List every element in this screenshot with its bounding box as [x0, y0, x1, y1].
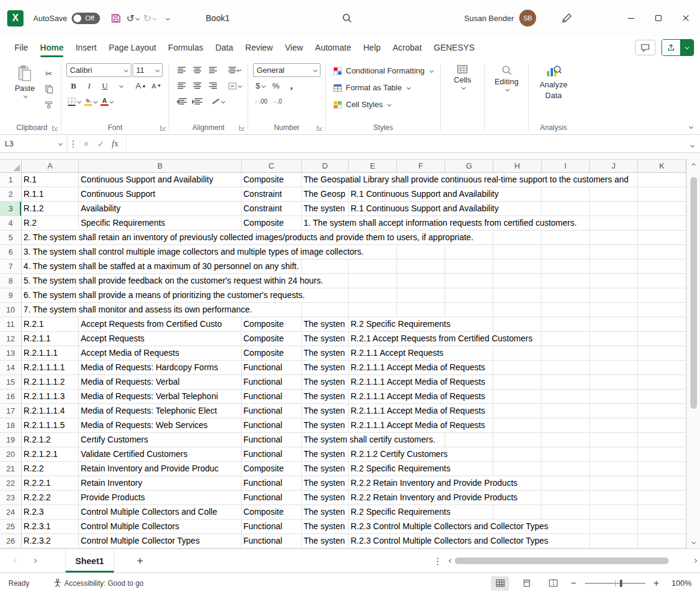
- cell-D20[interactable]: The systen: [302, 447, 349, 461]
- sheet-options-icon[interactable]: [437, 557, 439, 565]
- excel-app-icon[interactable]: X: [7, 10, 23, 26]
- cell-K4[interactable]: [638, 216, 686, 230]
- merge-center-button[interactable]: [227, 79, 243, 93]
- cell-K6[interactable]: [638, 245, 686, 259]
- cell-overflow-E11[interactable]: R.2 Specific Requirements: [349, 317, 452, 331]
- cell-I14[interactable]: [542, 361, 590, 374]
- row-header-12[interactable]: 12: [0, 332, 22, 346]
- cell-J20[interactable]: [590, 447, 638, 461]
- cell-A11[interactable]: R.2.1: [22, 317, 79, 331]
- row-header-11[interactable]: 11: [0, 317, 22, 331]
- cell-overflow-E13[interactable]: R.2.1.1 Accept Requests: [349, 346, 445, 360]
- row-header-21[interactable]: 21: [0, 462, 22, 476]
- cell-D10[interactable]: [302, 303, 349, 317]
- tab-acrobat[interactable]: Acrobat: [387, 36, 428, 59]
- cell-I21[interactable]: [542, 462, 590, 476]
- zoom-in-button[interactable]: +: [654, 578, 659, 589]
- cell-A13[interactable]: R.2.1.1.1: [22, 346, 79, 360]
- italic-button[interactable]: I: [82, 79, 96, 93]
- row-header-24[interactable]: 24: [0, 505, 22, 519]
- column-header-c[interactable]: C: [242, 160, 302, 172]
- column-header-d[interactable]: D: [302, 160, 349, 172]
- top-align-button[interactable]: [174, 63, 189, 77]
- cell-A25[interactable]: R.2.3.1: [22, 520, 79, 533]
- cell-K24[interactable]: [638, 505, 686, 519]
- row-header-6[interactable]: 6: [0, 245, 22, 259]
- minimize-button[interactable]: [617, 0, 645, 36]
- row-header-23[interactable]: 23: [0, 491, 22, 505]
- cell-J13[interactable]: [590, 346, 638, 360]
- row-header-13[interactable]: 13: [0, 346, 22, 360]
- cell-H21[interactable]: [493, 462, 542, 476]
- editing-button[interactable]: Editing: [490, 61, 523, 91]
- cell-B14[interactable]: Media of Requests: Hardcopy Forms: [79, 361, 242, 374]
- tab-automate[interactable]: Automate: [309, 36, 357, 59]
- paste-button[interactable]: Paste: [8, 61, 42, 98]
- cell-D18[interactable]: The systen: [302, 418, 349, 432]
- cell-B12[interactable]: Accept Requests: [79, 332, 242, 346]
- cell-I23[interactable]: [542, 491, 590, 505]
- column-header-i[interactable]: I: [542, 160, 590, 172]
- accessibility-checker[interactable]: Accessibility: Good to go: [54, 579, 143, 588]
- cell-J8[interactable]: [590, 274, 638, 288]
- cell-I2[interactable]: [542, 187, 590, 201]
- cell-G20[interactable]: [445, 447, 493, 461]
- cell-I5[interactable]: [542, 231, 590, 244]
- autosave-toggle[interactable]: Off: [72, 13, 99, 24]
- select-all-button[interactable]: [0, 160, 22, 172]
- row-header-19[interactable]: 19: [0, 433, 22, 447]
- cell-H20[interactable]: [493, 447, 542, 461]
- cell-I16[interactable]: [542, 390, 590, 403]
- cell-I17[interactable]: [542, 404, 590, 418]
- row-header-18[interactable]: 18: [0, 418, 22, 432]
- vertical-scroll-thumb[interactable]: [690, 177, 697, 409]
- cell-H15[interactable]: [493, 375, 542, 389]
- normal-view-button[interactable]: [491, 576, 509, 591]
- cell-D24[interactable]: The systen: [302, 505, 349, 519]
- cell-A19[interactable]: R.2.1.2: [22, 433, 79, 447]
- cell-B4[interactable]: Specific Requirements: [79, 216, 242, 230]
- column-header-e[interactable]: E: [349, 160, 397, 172]
- cell-K1[interactable]: [638, 173, 686, 187]
- font-size-combo[interactable]: 11: [133, 63, 163, 77]
- cell-H13[interactable]: [493, 346, 542, 360]
- cut-button[interactable]: ✂: [42, 66, 56, 80]
- previous-sheet-button[interactable]: [14, 559, 18, 563]
- cell-K19[interactable]: [638, 433, 686, 447]
- borders-button[interactable]: [66, 95, 82, 108]
- cell-C2[interactable]: Constraint: [242, 187, 302, 201]
- cell-J14[interactable]: [590, 361, 638, 374]
- cell-K15[interactable]: [638, 375, 686, 389]
- column-header-h[interactable]: H: [493, 160, 542, 172]
- row-header-3[interactable]: 3: [0, 202, 22, 216]
- cell-J6[interactable]: [590, 245, 638, 259]
- cell-H9[interactable]: [493, 288, 542, 302]
- share-button[interactable]: [661, 39, 694, 56]
- cell-K5[interactable]: [638, 231, 686, 244]
- cell-D13[interactable]: The systen: [302, 346, 349, 360]
- tab-genesys[interactable]: GENESYS: [428, 36, 481, 59]
- cell-D11[interactable]: The systen: [302, 317, 349, 331]
- cell-K9[interactable]: [638, 288, 686, 302]
- cell-overflow-A6[interactable]: 3. The system shall control multiple ima…: [22, 245, 366, 259]
- cell-B16[interactable]: Media of Requests: Verbal Telephoni: [79, 390, 242, 403]
- cell-C15[interactable]: Functional: [242, 375, 302, 389]
- cell-K2[interactable]: [638, 187, 686, 201]
- cell-D21[interactable]: The systen: [302, 462, 349, 476]
- cell-G10[interactable]: [445, 303, 493, 317]
- cell-K13[interactable]: [638, 346, 686, 360]
- number-format-combo[interactable]: General: [253, 63, 320, 77]
- cell-overflow-E3[interactable]: R.1 Continuous Support and Availability: [349, 202, 501, 216]
- cell-J22[interactable]: [590, 476, 638, 490]
- alignment-dialog-launcher-icon[interactable]: [239, 125, 245, 131]
- cell-A20[interactable]: R.2.1.2.1: [22, 447, 79, 461]
- row-header-14[interactable]: 14: [0, 361, 22, 374]
- cell-G11[interactable]: [445, 317, 493, 331]
- cell-B1[interactable]: Continuous Support and Availability: [79, 173, 242, 187]
- cell-J4[interactable]: [590, 216, 638, 230]
- cell-overflow-A10[interactable]: 7. The system shall monitor and assess i…: [22, 303, 254, 317]
- number-dialog-launcher-icon[interactable]: [317, 125, 322, 131]
- cell-K3[interactable]: [638, 202, 686, 216]
- cell-B21[interactable]: Retain Inventory and Provide Produc: [79, 462, 242, 476]
- insert-function-button[interactable]: fx: [108, 139, 122, 149]
